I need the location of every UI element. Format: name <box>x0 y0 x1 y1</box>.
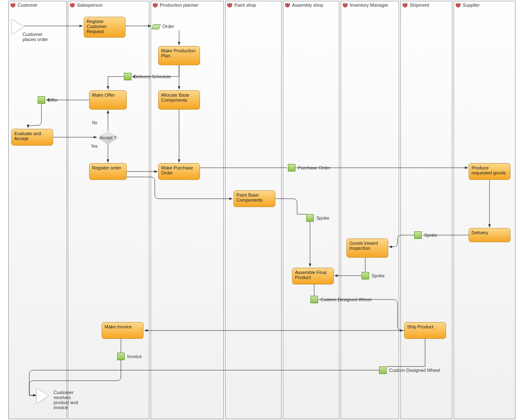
custom-wheel2-event-icon <box>379 366 387 374</box>
lane-title: Customer <box>18 3 38 8</box>
invoice-event-icon <box>117 353 125 360</box>
lane-title: Inventory Manager <box>350 3 388 8</box>
lane-header-supplier: Supplier <box>455 2 479 8</box>
svg-point-10 <box>344 4 345 5</box>
spoke1-event-icon <box>306 214 314 222</box>
activity-register-request[interactable]: Register Customer Request <box>84 17 126 38</box>
offer-event-icon <box>38 96 45 104</box>
role-mask-icon <box>69 2 76 8</box>
role-mask-icon <box>402 2 408 8</box>
purchase-order-event-icon <box>288 164 295 172</box>
activity-make-invoice[interactable]: Make Invoice <box>102 322 144 339</box>
svg-point-6 <box>228 4 229 5</box>
lane-shipment: Shipment <box>400 1 452 419</box>
custom-wheel2-label: Custom Designed Wheel <box>389 368 440 373</box>
lane-paint-shop: Paint shop <box>225 1 282 419</box>
invoice-label: Invoice <box>127 354 142 359</box>
activity-assemble-final[interactable]: Assemble Final Product <box>292 268 334 284</box>
lane-title: Supplier <box>463 3 479 8</box>
spoke1-label: Spoke <box>316 215 329 220</box>
lane-customer: Customer <box>8 1 67 419</box>
role-mask-icon <box>284 2 291 8</box>
offer-label: Offer <box>48 97 58 102</box>
decision-label: Accept ? <box>100 136 116 140</box>
order-label: Order <box>162 24 174 29</box>
activity-produce-goods[interactable]: Produce requested goods <box>469 163 510 180</box>
svg-point-5 <box>156 4 156 5</box>
lane-title: Shipment <box>410 3 429 8</box>
decision-no-label: No <box>92 120 97 125</box>
svg-point-0 <box>12 4 13 5</box>
lane-inventory-manager: Inventory Manager <box>341 1 399 419</box>
svg-point-13 <box>405 4 406 5</box>
svg-point-3 <box>73 4 74 5</box>
start-event-icon <box>12 19 23 34</box>
activity-evaluate-accept[interactable]: Evaluate and Accept <box>11 129 53 146</box>
activity-goods-inward[interactable]: Goods Inward Inspection <box>346 238 388 258</box>
start-event-label: Customer places order <box>23 32 56 42</box>
activity-delivery[interactable]: Delivery <box>469 228 510 242</box>
lane-title: Paint shop <box>234 3 256 8</box>
activity-paint-base[interactable]: Paint Base Components <box>233 190 275 207</box>
lane-assembly-shop: Assembly shop <box>283 1 339 419</box>
svg-point-11 <box>346 4 346 5</box>
lane-header-customer: Customer <box>10 2 38 8</box>
role-mask-icon <box>226 2 233 8</box>
spoke2-label: Spoke <box>424 233 437 238</box>
lane-header-salesperson: Salesperson <box>69 2 103 8</box>
delivery-schedule-label: Delivery Schedule <box>134 74 171 79</box>
custom-wheel1-label: Custom Designed Wheel <box>320 297 372 302</box>
svg-point-9 <box>288 4 289 5</box>
role-mask-icon <box>152 2 159 8</box>
spoke3-event-icon <box>361 272 369 279</box>
svg-point-15 <box>459 4 459 5</box>
spoke2-event-icon <box>414 231 422 239</box>
lane-header-paint-shop: Paint shop <box>226 2 256 8</box>
svg-point-12 <box>404 4 405 5</box>
activity-make-prod-plan[interactable]: Make Production Plan <box>158 46 200 65</box>
lane-header-assembly-shop: Assembly shop <box>284 2 323 8</box>
lane-title: Salesperson <box>77 3 103 8</box>
decision-yes-label: Yes <box>91 144 97 149</box>
purchase-order-label: Purchase Order <box>298 165 331 170</box>
svg-point-2 <box>71 4 72 5</box>
role-mask-icon <box>455 2 461 8</box>
activity-allocate-base[interactable]: Allocate Base Components <box>158 90 200 110</box>
end-event-icon <box>37 388 49 403</box>
svg-point-4 <box>154 4 155 5</box>
custom-wheel1-event-icon <box>310 296 318 303</box>
lane-header-production-planner: Production planner <box>152 2 198 8</box>
activity-register-order[interactable]: Register order <box>89 163 127 180</box>
svg-point-1 <box>13 4 14 5</box>
svg-point-8 <box>286 4 287 5</box>
lane-title: Production planner <box>160 3 198 8</box>
activity-make-po[interactable]: Make Purchase Order <box>158 163 200 180</box>
decision-accept[interactable]: Accept ? <box>97 131 118 145</box>
lane-title: Assembly shop <box>292 3 323 8</box>
svg-point-7 <box>230 4 231 5</box>
role-mask-icon <box>10 2 16 8</box>
end-event-label: Customer receives product and invoice <box>54 390 83 410</box>
lane-header-shipment: Shipment <box>402 2 429 8</box>
svg-point-14 <box>457 4 458 5</box>
spoke3-label: Spoke <box>372 273 385 278</box>
activity-ship-product[interactable]: Ship Product <box>404 322 446 339</box>
lane-header-inventory-manager: Inventory Manager <box>342 2 388 8</box>
delivery-schedule-event-icon <box>124 73 131 80</box>
lane-supplier: Supplier <box>454 1 515 419</box>
role-mask-icon <box>342 2 349 8</box>
activity-make-offer[interactable]: Make Offer <box>89 90 127 110</box>
